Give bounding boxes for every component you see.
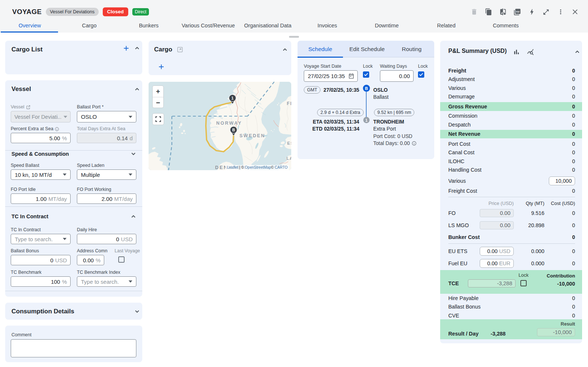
comment-panel: Comment	[5, 326, 142, 362]
destination-eta: ETA 02/03/25, 11:34	[312, 119, 359, 125]
tab-edit-schedule[interactable]: Edit Schedule	[343, 41, 391, 57]
voyage-start-date-label: Voyage Start Date	[304, 64, 341, 69]
collapse-cargo-list-button[interactable]	[132, 43, 142, 53]
eu-ets-price-input[interactable]: 0.00USD	[480, 247, 514, 256]
fuel-eu-price-input[interactable]: 0.00EUR	[480, 259, 514, 268]
tab-organisational-data[interactable]: Organisational Data	[238, 18, 298, 33]
vessel-speed-laden-value: Multiple	[81, 172, 100, 178]
route-map[interactable]: NORWAY SWEDEN DENMARK FIN EST LAT 1 B +	[149, 82, 291, 170]
pnl-row-ilohc: ILOHC0	[440, 157, 582, 166]
splitter-handle[interactable]	[289, 36, 299, 38]
ballast-bonus-input[interactable]: 0USD	[11, 255, 71, 265]
speed-laden-select[interactable]: Multiple	[77, 169, 136, 180]
add-cargo-button[interactable]	[156, 61, 166, 72]
tc-benchmark-input[interactable]: 100%	[11, 276, 71, 287]
expand-button[interactable]	[542, 7, 550, 17]
tab-bunkers[interactable]: Bunkers	[119, 18, 179, 33]
tab-schedule[interactable]: Schedule	[298, 41, 343, 57]
bunker-header-qty: Qty (MT)	[514, 201, 544, 206]
price: 0.00	[500, 210, 510, 216]
label: Port Cost	[448, 141, 470, 147]
label: Net Revenue	[448, 131, 480, 137]
collapse-vessel-button[interactable]	[132, 84, 142, 94]
tab-routing[interactable]: Routing	[391, 41, 432, 57]
pnl-row-net-revenue: Net Revenue0	[440, 130, 582, 139]
last-voyage-checkbox[interactable]	[118, 256, 125, 263]
expand-consumption-button[interactable]	[132, 307, 142, 316]
tab-comments[interactable]: Comments	[476, 18, 536, 33]
schedule-panel: Schedule Edit Schedule Routing Voyage St…	[298, 41, 434, 159]
lock-voyage-start-label: Lock	[363, 64, 373, 69]
fo-port-idle-input[interactable]: 1.00MT/day	[11, 193, 71, 204]
waiting-days-input[interactable]: 0.00	[380, 70, 414, 82]
tab-invoices[interactable]: Invoices	[298, 18, 357, 33]
osm-link[interactable]: OpenStreetMap	[245, 165, 271, 169]
daily-hire-input[interactable]: 0USD	[77, 234, 136, 244]
label: Hire Payable	[448, 295, 479, 301]
tc-benchmark-index-label: TC Benchmark Index	[77, 270, 120, 275]
address-comn-input[interactable]: 0.00%	[77, 255, 104, 265]
pnl-row-ballast-bonus: Ballast Bonus0	[440, 303, 582, 312]
ballast-port-select[interactable]: OSLO	[77, 111, 136, 122]
map-fullscreen-button[interactable]	[152, 113, 164, 125]
value: 0	[572, 104, 575, 110]
destination-port: TRONDHEIM	[373, 119, 404, 125]
label: Invoices	[317, 23, 337, 28]
timeline-node-waypoint: 1	[363, 117, 370, 123]
pnl-bar-chart-button[interactable]	[511, 47, 521, 57]
caret-down-icon	[64, 116, 67, 118]
collapse-pnl-button[interactable]	[572, 47, 582, 57]
various-cost-input[interactable]: 10,000	[549, 176, 575, 185]
tce-lock-checkbox[interactable]	[520, 280, 527, 286]
copy-button[interactable]	[484, 7, 493, 17]
tab-overview[interactable]: Overview	[0, 18, 60, 33]
compare-button[interactable]	[499, 7, 507, 17]
collapse-cargo-button[interactable]	[280, 45, 290, 54]
map-zoom-in-button[interactable]: +	[153, 86, 163, 97]
collapse-tc-section-button[interactable]	[129, 212, 137, 220]
close-button[interactable]	[571, 7, 579, 17]
voyage-start-date-input[interactable]: 27/02/25 10:35	[304, 70, 358, 82]
percent-extra-input[interactable]: 5.00%	[11, 133, 71, 143]
lock-voyage-start-checkbox[interactable]	[363, 71, 369, 78]
export-pdf-button[interactable]: PDF	[513, 7, 521, 17]
vessel-fo-working-unit: MT/day	[114, 196, 133, 202]
vessel-select[interactable]: Vessel For Deviati...	[11, 111, 71, 122]
info-icon[interactable]	[55, 127, 59, 131]
lock-waiting-days-checkbox[interactable]	[418, 71, 424, 78]
qty: 0.000	[514, 260, 544, 266]
leg-speed-distance-chip: 9.52 kn | 695 nm	[374, 109, 414, 116]
tab-cargo[interactable]: Cargo	[60, 18, 119, 33]
map-attribution: Leaflet | © OpenStreetMap© CARTO	[225, 165, 289, 170]
pnl-line-chart-button[interactable]	[526, 47, 535, 57]
delete-button[interactable]	[470, 7, 478, 17]
destination-total-days: Total Days: 0.00	[373, 141, 410, 146]
leaflet-link[interactable]: Leaflet	[227, 165, 238, 169]
more-menu-button[interactable]	[556, 7, 565, 17]
tab-downtime[interactable]: Downtime	[357, 18, 417, 33]
last-voyage-label: Last Voyage	[115, 249, 140, 253]
vessel-field-label: Vessel	[11, 105, 24, 110]
fo-port-working-input[interactable]: 2.00MT/day	[77, 193, 136, 204]
map-zoom-control: + −	[152, 85, 164, 108]
quick-actions-button[interactable]	[527, 7, 536, 17]
tab-various-cost-revenue[interactable]: Various Cost/Revenue	[179, 18, 238, 33]
label: Edit Schedule	[349, 46, 385, 53]
chevron-up-icon	[575, 49, 580, 54]
external-link-icon[interactable]	[26, 105, 31, 110]
tc-in-contract-select[interactable]: Type to search.	[11, 234, 71, 244]
vessel-fo-working-value: 2.00	[102, 196, 112, 202]
info-icon[interactable]	[412, 141, 417, 146]
tab-related[interactable]: Related	[417, 18, 476, 33]
tc-benchmark-index-select[interactable]: Type to search.	[77, 276, 136, 287]
speed-ballast-select[interactable]: 10 kn, 10 MT/d	[11, 169, 71, 180]
carto-link[interactable]: CARTO	[275, 165, 288, 169]
origin-port: OSLO	[373, 87, 388, 93]
calendar-icon[interactable]	[348, 73, 354, 79]
status-closed-badge[interactable]: Closed	[103, 7, 128, 16]
map-zoom-out-button[interactable]: −	[153, 97, 163, 108]
open-cargo-external-icon[interactable]	[177, 46, 183, 53]
add-cargo-list-button[interactable]	[121, 43, 131, 53]
comment-textarea[interactable]	[11, 339, 136, 357]
collapse-speed-section-button[interactable]	[129, 150, 137, 158]
